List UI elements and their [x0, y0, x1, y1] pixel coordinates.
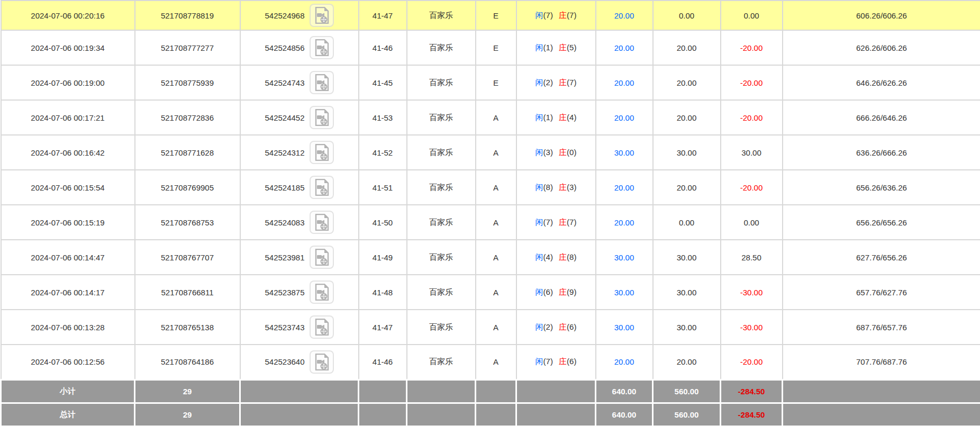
summary-count-cell: 29 [135, 379, 240, 403]
video-replay-icon [314, 74, 330, 91]
video-replay-button[interactable] [310, 350, 334, 374]
bet-amount-link[interactable]: 20.00 [614, 357, 634, 366]
balance-value: 646.26/626.26 [856, 78, 907, 87]
banker-result: 庄(6) [559, 357, 576, 366]
player-label: 闲 [536, 113, 543, 122]
video-replay-button[interactable] [310, 176, 334, 199]
valid-amount: 30.00 [677, 253, 697, 262]
player-points: (7) [543, 357, 553, 366]
summary-bet-cell: 640.00 [596, 403, 653, 426]
banker-result: 庄(9) [559, 287, 576, 296]
table-row[interactable]: 2024-07-06 00:12:56 521708764186 5425236… [1, 345, 980, 379]
player-label: 闲 [536, 148, 543, 157]
table-row[interactable]: 2024-07-06 00:17:21 521708772836 5425244… [1, 100, 980, 135]
game-id-cell: 542524968 [240, 1, 359, 30]
bet-id: 521708775939 [161, 78, 214, 87]
player-points: (7) [543, 218, 553, 227]
video-replay-icon [314, 319, 330, 336]
player-points: (1) [543, 43, 553, 52]
table-row[interactable]: 2024-07-06 00:19:34 521708777277 5425248… [1, 30, 980, 65]
table-letter: A [493, 183, 498, 192]
player-label: 闲 [536, 218, 543, 227]
video-replay-button[interactable] [310, 141, 334, 164]
bet-id-cell: 521708777277 [135, 30, 240, 65]
result-cell: 闲(2) 庄(6) [516, 310, 596, 345]
table-letter: A [493, 288, 498, 297]
banker-result: 庄(8) [559, 252, 576, 261]
result-cell: 闲(1) 庄(4) [516, 100, 596, 135]
bet-amount-link[interactable]: 30.00 [614, 288, 634, 297]
bet-amount-link[interactable]: 30.00 [614, 253, 634, 262]
valid-amount: 20.00 [677, 78, 697, 87]
round-cell: 41-53 [359, 100, 407, 135]
table-row[interactable]: 2024-07-06 00:16:42 521708771628 5425243… [1, 135, 980, 170]
video-replay-button[interactable] [310, 246, 334, 269]
bet-time: 2024-07-06 00:20:16 [31, 11, 104, 20]
summary-empty-cell [359, 379, 407, 403]
video-replay-button[interactable] [310, 315, 334, 339]
table-row[interactable]: 2024-07-06 00:15:19 521708768753 5425240… [1, 205, 980, 240]
game-id-cell: 542523640 [240, 345, 359, 379]
summary-row: 总计 29 640.00 560.00 -284.50 [1, 403, 980, 426]
video-replay-button[interactable] [310, 211, 334, 234]
game-name-cell: 百家乐 [407, 65, 476, 100]
summary-valid-cell: 560.00 [653, 379, 721, 403]
player-result: 闲(2) [536, 322, 553, 331]
bet-amount-link[interactable]: 20.00 [614, 78, 634, 87]
summary-row: 小计 29 640.00 560.00 -284.50 [1, 379, 980, 403]
player-result: 闲(1) [536, 43, 553, 52]
game-id-cell: 542524185 [240, 170, 359, 205]
video-replay-button[interactable] [310, 71, 334, 94]
bet-amount-link[interactable]: 20.00 [614, 183, 634, 192]
video-replay-button[interactable] [310, 36, 334, 59]
valid-amount-cell: 20.00 [653, 100, 721, 135]
table-letter: E [493, 43, 498, 52]
table-row[interactable]: 2024-07-06 00:20:16 521708778819 5425249… [1, 1, 980, 30]
round-number: 41-53 [373, 113, 393, 122]
bet-id: 521708767707 [161, 253, 214, 262]
winloss-amount: 30.00 [741, 148, 761, 157]
bet-time: 2024-07-06 00:14:17 [31, 288, 104, 297]
bet-id: 521708769905 [161, 183, 214, 192]
round-number: 41-49 [373, 253, 393, 262]
time-cell: 2024-07-06 00:14:47 [1, 240, 135, 275]
banker-result: 庄(7) [559, 11, 576, 20]
balance-value: 687.76/657.76 [856, 323, 907, 332]
bet-amount-cell: 20.00 [596, 65, 653, 100]
bet-amount-link[interactable]: 20.00 [614, 43, 634, 52]
game-id-cell: 542524856 [240, 30, 359, 65]
bet-amount-link[interactable]: 30.00 [614, 323, 634, 332]
game-id-cell: 542524452 [240, 100, 359, 135]
balance-cell: 707.76/687.76 [783, 345, 980, 379]
valid-amount-cell: 30.00 [653, 275, 721, 310]
valid-amount: 20.00 [677, 113, 697, 122]
table-row[interactable]: 2024-07-06 00:14:17 521708766811 5425238… [1, 275, 980, 310]
game-id-cell: 542524083 [240, 205, 359, 240]
bet-id: 521708777277 [161, 43, 214, 52]
bet-amount-cell: 30.00 [596, 135, 653, 170]
video-replay-button[interactable] [310, 4, 334, 27]
bet-time: 2024-07-06 00:16:42 [31, 148, 104, 157]
bet-amount-link[interactable]: 20.00 [614, 218, 634, 227]
banker-label: 庄 [559, 78, 567, 87]
player-result: 闲(3) [536, 148, 553, 157]
summary-empty-cell [240, 403, 359, 426]
bet-amount-link[interactable]: 30.00 [614, 148, 634, 157]
table-row[interactable]: 2024-07-06 00:13:28 521708765138 5425237… [1, 310, 980, 345]
video-replay-button[interactable] [310, 281, 334, 304]
bet-amount-link[interactable]: 20.00 [614, 113, 634, 122]
player-result: 闲(6) [536, 287, 553, 296]
bet-id-cell: 521708768753 [135, 205, 240, 240]
video-replay-button[interactable] [310, 106, 334, 129]
table-row[interactable]: 2024-07-06 00:19:00 521708775939 5425247… [1, 65, 980, 100]
result-cell: 闲(7) 庄(7) [516, 1, 596, 30]
bet-id: 521708768753 [161, 218, 214, 227]
bet-time: 2024-07-06 00:15:54 [31, 183, 104, 192]
winloss-amount: 28.50 [741, 253, 761, 262]
bet-id: 521708766811 [161, 288, 214, 297]
time-cell: 2024-07-06 00:16:42 [1, 135, 135, 170]
table-row[interactable]: 2024-07-06 00:15:54 521708769905 5425241… [1, 170, 980, 205]
video-replay-icon [314, 109, 330, 126]
bet-amount-link[interactable]: 20.00 [614, 11, 634, 20]
table-row[interactable]: 2024-07-06 00:14:47 521708767707 5425239… [1, 240, 980, 275]
